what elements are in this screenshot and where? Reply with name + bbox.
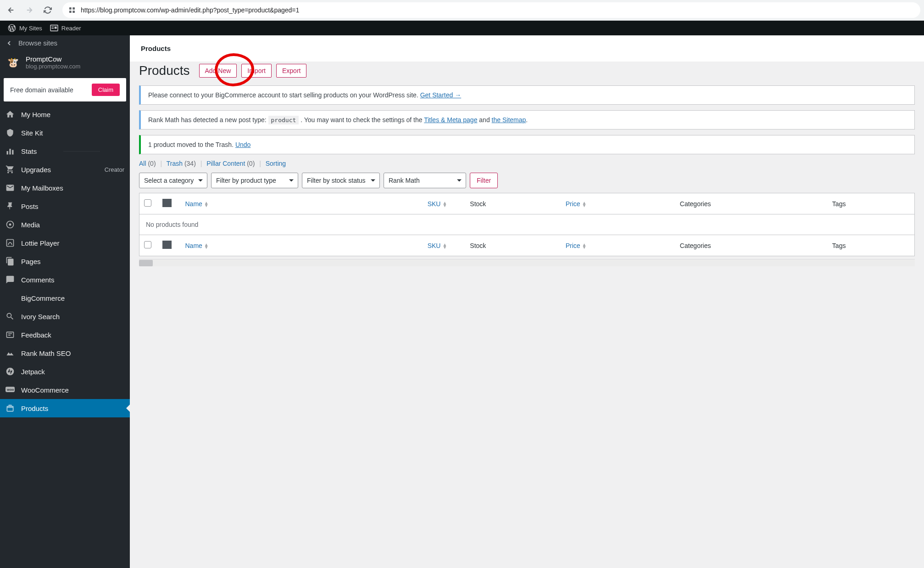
menu-rank-math[interactable]: Rank Math SEO (0, 344, 130, 362)
notice-rankmath: Rank Math has detected a new post type: … (139, 110, 915, 129)
domain-upsell-card: Free domain available Claim (4, 78, 126, 101)
menu-label: WooCommerce (21, 386, 69, 394)
col-sku[interactable]: SKU▲▼ (304, 235, 465, 256)
admin-sidebar: Browse sites 🐮 PromptCow blog.promptcow.… (0, 35, 130, 568)
product-type-select[interactable]: Filter by product type (211, 173, 298, 188)
col-stock[interactable]: Stock (465, 193, 561, 214)
notice-trash: 1 product moved to the Trash. Undo (139, 135, 915, 154)
menu-mailboxes[interactable]: My Mailboxes (0, 179, 130, 197)
menu-upgrades[interactable]: Upgrades Creator (0, 160, 130, 179)
browser-reload-button[interactable] (40, 3, 55, 17)
export-button[interactable]: Export (276, 64, 306, 78)
filter-button[interactable]: Filter (470, 173, 498, 188)
notice-text: 1 product moved to the Trash. (148, 141, 235, 148)
site-switcher[interactable]: 🐮 PromptCow blog.promptcow.com (0, 51, 130, 74)
svg-text:woo: woo (6, 388, 14, 392)
table-filters: Select a category Filter by product type… (139, 173, 915, 188)
search-icon (6, 312, 15, 321)
browse-sites[interactable]: Browse sites (0, 35, 130, 51)
adminbar-reader-label: Reader (61, 25, 81, 32)
page-title-row: Products Add New Import Export (139, 63, 915, 78)
menu-comments[interactable]: Comments (0, 270, 130, 289)
svg-rect-1 (72, 7, 75, 10)
view-filters: All (0) | Trash (34) | Pillar Content (0… (139, 160, 915, 167)
filter-all[interactable]: All (139, 160, 146, 167)
col-categories[interactable]: Categories (675, 193, 828, 214)
col-name[interactable]: Name▲▼ (181, 193, 305, 214)
cart-icon (6, 165, 15, 174)
site-avatar-icon: 🐮 (6, 55, 20, 70)
menu-label: Rank Math SEO (21, 349, 71, 357)
menu-media[interactable]: Media (0, 215, 130, 234)
woocommerce-icon: woo (6, 385, 15, 394)
menu-posts[interactable]: Posts (0, 197, 130, 215)
svg-rect-6 (51, 28, 54, 29)
menu-woocommerce[interactable]: woo WooCommerce (0, 381, 130, 399)
col-price[interactable]: Price▲▼ (561, 193, 675, 214)
col-name[interactable]: Name▲▼ (181, 235, 305, 256)
count: (34) (184, 160, 196, 167)
feedback-icon (6, 330, 15, 339)
browser-back-button[interactable] (4, 3, 18, 17)
svg-rect-8 (7, 151, 8, 155)
adminbar-my-sites[interactable]: My Sites (4, 21, 46, 35)
browser-url-bar[interactable]: https://blog.promptcow.com/wp-admin/edit… (62, 2, 920, 18)
titles-meta-link[interactable]: Titles & Meta page (424, 116, 477, 124)
filter-trash[interactable]: Trash (167, 160, 183, 167)
products-table: Name▲▼ SKU▲▼ Stock Price▲▼ Categories Ta… (139, 193, 915, 256)
col-categories[interactable]: Categories (675, 235, 828, 256)
stock-status-select[interactable]: Filter by stock status (302, 173, 380, 188)
get-started-link[interactable]: Get Started → (420, 91, 461, 99)
site-settings-icon[interactable] (68, 6, 76, 14)
site-url: blog.promptcow.com (26, 63, 80, 70)
menu-products[interactable]: Products (0, 399, 130, 417)
rank-math-select[interactable]: Rank Math (384, 173, 466, 188)
menu-my-home[interactable]: My Home (0, 105, 130, 124)
sort-icon: ▲▼ (204, 243, 209, 249)
adminbar-reader[interactable]: Reader (46, 21, 85, 35)
sort-icon: ▲▼ (204, 202, 209, 207)
scrollbar-thumb[interactable] (139, 260, 153, 266)
claim-button[interactable]: Claim (92, 84, 120, 96)
undo-link[interactable]: Undo (235, 141, 250, 148)
col-stock[interactable]: Stock (465, 235, 561, 256)
menu-badge: Creator (105, 166, 124, 173)
menu-bigcommerce[interactable]: BigCommerce (0, 289, 130, 307)
browse-sites-label: Browse sites (18, 39, 57, 47)
no-items-text: No products found (139, 214, 915, 235)
browser-forward-button[interactable] (22, 3, 37, 17)
notice-text: . You may want to check the settings of … (301, 116, 424, 124)
menu-feedback[interactable]: Feedback (0, 326, 130, 344)
menu-site-kit[interactable]: Site Kit (0, 124, 130, 142)
menu-label: Media (21, 221, 40, 229)
menu-label: Upgrades (21, 166, 51, 174)
menu-jetpack[interactable]: Jetpack (0, 362, 130, 381)
notice-text: and (479, 116, 491, 124)
filter-pillar[interactable]: Pillar Content (206, 160, 245, 167)
menu-label: Pages (21, 258, 41, 265)
add-new-button[interactable]: Add New (199, 64, 237, 78)
menu-label: Posts (21, 202, 39, 210)
blank-icon (6, 293, 15, 303)
sitemap-link[interactable]: the Sitemap (492, 116, 526, 124)
menu-ivory-search[interactable]: Ivory Search (0, 307, 130, 326)
menu-lottie[interactable]: Lottie Player (0, 234, 130, 252)
import-button[interactable]: Import (241, 64, 272, 78)
col-tags[interactable]: Tags (828, 193, 915, 214)
mail-icon (6, 183, 15, 192)
col-tags[interactable]: Tags (828, 235, 915, 256)
lottie-icon (6, 238, 15, 247)
select-all-checkbox-footer[interactable] (144, 241, 151, 248)
menu-label: Comments (21, 276, 55, 284)
pin-icon (6, 202, 15, 211)
select-all-checkbox[interactable] (144, 199, 151, 207)
filter-sorting[interactable]: Sorting (266, 160, 286, 167)
category-select[interactable]: Select a category (139, 173, 207, 188)
horizontal-scrollbar[interactable] (139, 259, 915, 266)
menu-stats[interactable]: Stats (0, 142, 130, 160)
col-price[interactable]: Price▲▼ (561, 235, 675, 256)
col-sku[interactable]: SKU▲▼ (304, 193, 465, 214)
count: (0) (247, 160, 255, 167)
menu-pages[interactable]: Pages (0, 252, 130, 270)
reader-icon (50, 24, 59, 32)
